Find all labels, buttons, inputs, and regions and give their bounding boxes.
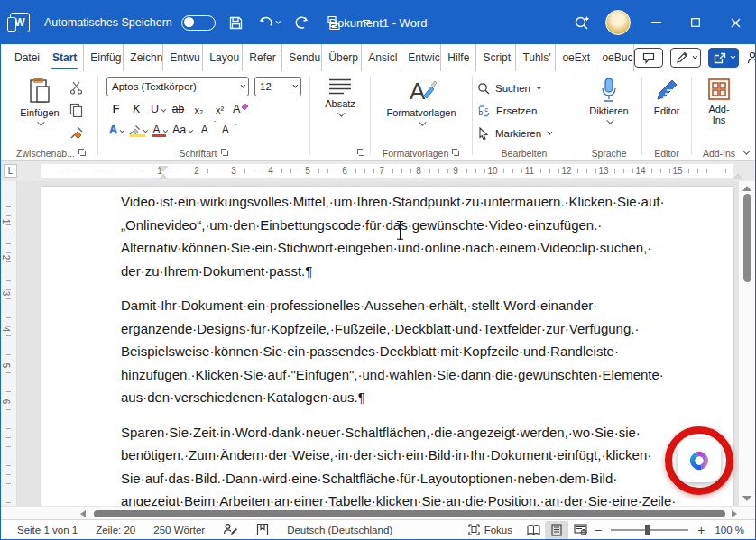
tab-entwic[interactable]: Entwic <box>401 44 440 71</box>
page-indicator[interactable]: Seite 1 von 1 <box>8 525 87 535</box>
strikethrough-button[interactable]: ab <box>169 98 188 117</box>
font-size-combo[interactable]: 12 <box>254 77 301 96</box>
print-layout-button[interactable] <box>545 521 568 539</box>
grow-font-button[interactable]: Aˆ <box>195 119 214 138</box>
language-indicator[interactable]: Deutsch (Deutschland) <box>278 525 401 535</box>
redo-button[interactable] <box>290 11 313 34</box>
clipboard-dialog-launcher[interactable] <box>78 149 87 157</box>
read-mode-button[interactable] <box>521 521 545 539</box>
search-button[interactable] <box>564 1 600 44</box>
tab-tuhls-[interactable]: Tuhls' <box>515 44 555 71</box>
scroll-down-arrow[interactable] <box>742 496 751 501</box>
italic-button[interactable]: K <box>127 98 146 117</box>
vertical-ruler[interactable]: 123456 <box>1 181 17 506</box>
styles-button[interactable]: A Formatvorlagen <box>381 75 461 129</box>
subscript-button[interactable]: x₂ <box>189 98 208 117</box>
line-indicator[interactable]: Zeile: 20 <box>87 525 144 535</box>
styles-dialog-launcher[interactable] <box>452 149 460 157</box>
tab-zeichn[interactable]: Zeichn <box>123 44 162 71</box>
replace-button[interactable]: bc Ersetzen <box>477 101 550 121</box>
font-name-combo[interactable]: Aptos (Textkörper) <box>106 77 249 96</box>
document-text[interactable]: Video·ist·ein·wirkungsvolles·Mittel,·um·… <box>121 190 715 540</box>
clear-formatting-button[interactable]: A <box>231 98 251 117</box>
horizontal-scrollbar[interactable] <box>1 506 755 519</box>
undo-button[interactable] <box>257 11 281 34</box>
presence-people-button[interactable] <box>746 50 756 65</box>
tab-überp[interactable]: Überp <box>321 44 361 71</box>
change-case-button[interactable]: Aa <box>171 119 193 138</box>
tab-einfüg[interactable]: Einfüg <box>83 44 123 71</box>
tab-refer[interactable]: Refer <box>242 44 281 71</box>
tab-oeext[interactable]: oeExt <box>555 44 595 71</box>
copy-button[interactable] <box>67 101 87 119</box>
cut-button[interactable] <box>67 78 87 96</box>
tab-ansicl[interactable]: Ansicl <box>361 44 401 71</box>
font-color-button[interactable]: A <box>150 119 169 138</box>
select-button[interactable]: Markieren <box>477 124 550 143</box>
zoom-slider-handle[interactable] <box>645 525 650 535</box>
hanging-indent-marker[interactable] <box>159 174 168 179</box>
zoom-level[interactable]: 100 % <box>707 525 748 535</box>
word-count[interactable]: 250 Wörter <box>144 525 214 535</box>
autosave-toggle[interactable] <box>181 15 216 31</box>
superscript-button[interactable]: x² <box>210 98 229 117</box>
tab-datei[interactable]: Datei <box>8 44 46 71</box>
proofing-editor-button[interactable] <box>214 523 247 536</box>
print-preview-button[interactable] <box>322 11 346 34</box>
scroll-up-arrow[interactable] <box>742 186 751 191</box>
tab-entwu[interactable]: Entwu <box>162 44 202 71</box>
tab-start[interactable]: Start <box>46 44 83 71</box>
copilot-button[interactable] <box>678 439 721 482</box>
zoom-out-button[interactable]: − <box>592 523 604 537</box>
paragraph-dialog-launcher[interactable] <box>357 149 365 157</box>
undo-dropdown-icon[interactable] <box>275 19 281 24</box>
tab-script[interactable]: Script <box>475 44 515 71</box>
tab-oebuc[interactable]: oeBuc <box>595 44 634 71</box>
paragraph-button[interactable]: Absatz <box>319 75 361 120</box>
tab-sendu[interactable]: Sendu <box>281 44 321 71</box>
scroll-left-arrow[interactable] <box>80 510 86 517</box>
tab-selector[interactable]: L <box>4 164 17 178</box>
horizontal-ruler[interactable]: 123456789101112131415 <box>41 164 733 178</box>
account-button[interactable] <box>600 1 636 44</box>
highlight-button[interactable] <box>127 119 148 138</box>
underline-button[interactable]: U <box>148 98 167 117</box>
minimize-button[interactable] <box>636 1 676 44</box>
save-button[interactable] <box>225 11 248 34</box>
comments-button[interactable] <box>634 48 663 68</box>
paste-button[interactable]: Einfügen <box>14 75 64 129</box>
dictate-button[interactable]: Diktieren <box>584 75 633 127</box>
format-painter-button[interactable] <box>67 124 87 142</box>
find-button[interactable]: Suchen <box>477 78 550 98</box>
addins-button[interactable]: Add-Ins <box>699 75 739 128</box>
vertical-scrollbar[interactable] <box>738 181 755 506</box>
close-button[interactable] <box>715 1 755 44</box>
focus-mode-button[interactable]: Fokus <box>459 524 521 535</box>
zoom-in-button[interactable]: + <box>695 523 707 537</box>
share-button[interactable] <box>708 48 739 68</box>
paragraph[interactable]: Video·ist·ein·wirkungsvolles·Mittel,·um·… <box>121 190 715 282</box>
editing-mode-button[interactable] <box>670 48 701 68</box>
paragraph[interactable]: Damit·Ihr·Dokument·ein·professionelles·A… <box>121 294 715 409</box>
font-dialog-launcher[interactable] <box>221 149 229 157</box>
editor-button[interactable]: Editor <box>649 75 686 119</box>
text-effects-button[interactable]: A <box>106 119 125 138</box>
bold-button[interactable]: F <box>106 98 125 117</box>
vertical-scroll-thumb[interactable] <box>743 194 751 282</box>
document-page[interactable]: Video·ist·ein·wirkungsvolles·Mittel,·um·… <box>41 187 733 506</box>
qat-overflow-button[interactable] <box>355 11 378 34</box>
right-indent-marker[interactable] <box>733 174 742 179</box>
web-layout-button[interactable] <box>568 521 592 539</box>
tab-layou[interactable]: Layou <box>202 44 242 71</box>
tab-hilfe[interactable]: Hilfe <box>440 44 475 71</box>
addins-label: Add-Ins <box>705 104 733 125</box>
zoom-slider[interactable] <box>611 529 688 531</box>
word-app-icon[interactable]: W <box>10 13 30 32</box>
horizontal-scroll-thumb[interactable] <box>94 510 725 517</box>
first-line-indent-marker[interactable] <box>159 166 168 171</box>
maximize-button[interactable] <box>676 1 715 44</box>
scroll-right-arrow[interactable] <box>732 510 737 517</box>
shrink-font-button[interactable]: Aˇ <box>216 119 235 138</box>
spellcheck-button[interactable] <box>247 523 278 536</box>
addins-group: Add-Ins Add-Ins <box>693 75 745 160</box>
